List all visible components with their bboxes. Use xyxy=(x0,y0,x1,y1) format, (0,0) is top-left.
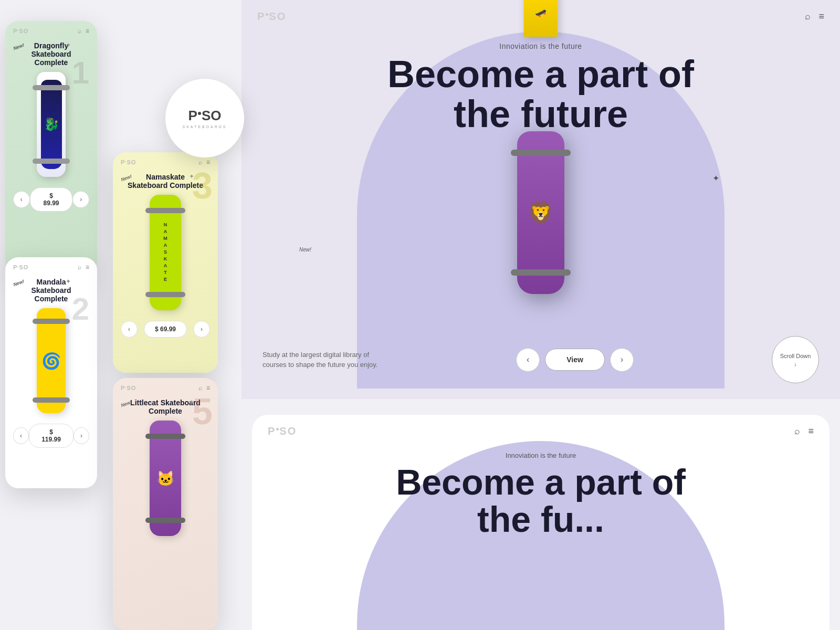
bottom-logo-dot xyxy=(276,428,279,430)
card-header-2: P•SO ⌕ ≡ xyxy=(5,257,97,275)
card-body-3: 3 Namaskate Skateboard Complete New! ✦ xyxy=(113,173,218,190)
bottom-hero-inner: P SO ⌕ ≡ Innoviation is the future Becom… xyxy=(252,415,830,630)
bottom-nav-icons: ⌕ ≡ xyxy=(794,426,814,437)
hero-nav-icons: ⌕ ≡ xyxy=(805,11,824,22)
sk-littlecat-design: 🐱 xyxy=(156,470,175,487)
truck-bottom-3 xyxy=(145,292,185,297)
hero-menu-btn[interactable]: ≡ xyxy=(818,11,824,22)
card-footer-4 xyxy=(113,541,218,547)
hero-content: Innoviation is the future Become a part … xyxy=(242,42,840,134)
sk-mandala: 🌀 xyxy=(37,308,66,413)
sk-littlecat: 🐱 xyxy=(150,421,181,536)
main-hero-section: P SO ⌕ ≡ Innoviation is the future Becom… xyxy=(242,0,840,399)
scroll-down-label: Scroll Down xyxy=(780,353,811,359)
card-sk-area-1: 🐉 xyxy=(5,67,97,182)
logo-circle-overlay: P SO SKATEBOARDS xyxy=(165,79,244,158)
card-sk-area-4: 🐱 xyxy=(113,415,218,541)
next-btn-3[interactable]: › xyxy=(193,321,210,338)
truck-top-3 xyxy=(145,208,185,213)
card-search-icon-4[interactable]: ⌕ xyxy=(198,384,202,392)
card-icons-1: ⌕ ≡ xyxy=(78,27,89,35)
sk-dragonfly-inner: 🐉 xyxy=(41,80,62,169)
hero-search-btn[interactable]: ⌕ xyxy=(805,11,811,22)
card-body-2: 2 Mandala Skateboard Complete New! ✦ xyxy=(5,278,97,303)
prev-btn-1[interactable]: ‹ xyxy=(13,191,30,208)
card-icons-2: ⌕ ≡ xyxy=(78,264,89,271)
bottom-hero-logo: P SO xyxy=(268,425,297,437)
hero-logo: P SO xyxy=(257,10,286,23)
card-littlecat: P•SO ⌕ ≡ 5 Littlecat Skateboard Complete… xyxy=(113,378,218,630)
bottom-hero-content: Innoviation is the future Become a part … xyxy=(252,452,830,539)
bottom-hero-title: Become a part of the fu... xyxy=(252,464,830,539)
card-menu-icon-2[interactable]: ≡ xyxy=(86,264,89,271)
new-hero-badge: New! xyxy=(299,247,311,253)
circle-logo-text: P SO xyxy=(188,108,222,124)
hero-title: Become a part of the future xyxy=(383,55,698,134)
top-sk-graphic: 🛹 xyxy=(524,0,558,37)
scroll-down-btn[interactable]: Scroll Down ↓ xyxy=(772,336,819,383)
bottom-hero-wrapper: P SO ⌕ ≡ Innoviation is the future Becom… xyxy=(242,410,840,630)
card-dragonfly: P•SO ⌕ ≡ 1 Dragonfly Skateboard Complete… xyxy=(5,21,97,273)
prev-btn-3[interactable]: ‹ xyxy=(121,321,138,338)
sparkle-1: ✦ xyxy=(66,41,71,49)
card-namaskate: P•SO ⌕ ≡ 3 Namaskate Skateboard Complete… xyxy=(113,152,218,373)
bottom-tagline: Innoviation is the future xyxy=(252,452,830,459)
price-btn-3[interactable]: $ 69.99 xyxy=(144,321,187,338)
scroll-down-arrow: ↓ xyxy=(794,361,797,367)
top-skateboard-partial: 🛹 xyxy=(524,0,558,37)
truck-bottom-1 xyxy=(33,159,70,164)
sk-hero-truck-bottom xyxy=(511,269,571,276)
card-sk-area-3: NAMASKATE xyxy=(113,190,218,316)
card-menu-icon-3[interactable]: ≡ xyxy=(206,159,210,166)
card-logo-4: P•SO xyxy=(121,384,136,392)
bottom-title-partial: the fu... xyxy=(477,499,604,539)
truck-bottom-4 xyxy=(145,518,185,523)
sparkle-4: ✦ xyxy=(189,398,194,406)
card-logo-1: P•SO xyxy=(13,27,28,35)
card-logo-3: P•SO xyxy=(121,159,136,166)
price-btn-2[interactable]: $ 119.99 xyxy=(29,424,74,448)
truck-bottom-2 xyxy=(33,397,70,403)
bottom-menu-btn[interactable]: ≡ xyxy=(808,426,814,437)
card-header-1: P•SO ⌕ ≡ xyxy=(5,21,97,39)
sk-dragonfly-design: 🐉 xyxy=(44,117,59,132)
hero-nav-controls: ‹ View › xyxy=(516,348,634,372)
sk-hero-truck-top xyxy=(511,150,571,156)
circle-logo-dot xyxy=(198,112,201,115)
sk-dragonfly: 🐉 xyxy=(37,72,66,177)
sk-hero-board: 🦁 xyxy=(517,131,564,294)
price-btn-1[interactable]: $ 89.99 xyxy=(30,187,73,212)
card-menu-icon-1[interactable]: ≡ xyxy=(86,27,89,35)
card-sk-area-2: 🌀 xyxy=(5,303,97,418)
hero-tagline: Innoviation is the future xyxy=(242,42,840,50)
card-footer-2: ‹ $ 119.99 › xyxy=(5,418,97,456)
card-menu-icon-4[interactable]: ≡ xyxy=(206,384,210,392)
sk-hero-graphic: 🦁 xyxy=(528,201,554,225)
prev-btn-2[interactable]: ‹ xyxy=(13,427,29,444)
hero-title-line2: the future xyxy=(454,93,628,135)
truck-top-2 xyxy=(33,319,70,324)
card-search-icon-3[interactable]: ⌕ xyxy=(198,159,202,166)
card-search-icon-1[interactable]: ⌕ xyxy=(78,27,81,35)
card-body-4: 5 Littlecat Skateboard Complete New! ✦ xyxy=(113,398,218,415)
sk-mandala-design: 🌀 xyxy=(41,352,61,370)
sk-namaskate-text: NAMASKATE xyxy=(163,222,168,284)
sparkle-3: ✦ xyxy=(189,173,194,180)
card-mandala: P•SO ⌕ ≡ 2 Mandala Skateboard Complete N… xyxy=(5,257,97,488)
hero-view-btn[interactable]: View xyxy=(545,349,605,371)
card-icons-4: ⌕ ≡ xyxy=(198,384,210,392)
card-search-icon-2[interactable]: ⌕ xyxy=(78,264,81,271)
card-logo-2: P•SO xyxy=(13,264,28,271)
next-btn-1[interactable]: › xyxy=(72,191,89,208)
next-btn-2[interactable]: › xyxy=(74,427,89,444)
hero-prev-btn[interactable]: ‹ xyxy=(516,348,540,372)
sparkle-2: ✦ xyxy=(66,278,71,285)
sk-namaskate: NAMASKATE xyxy=(150,195,181,310)
truck-top-1 xyxy=(33,85,70,90)
bottom-search-btn[interactable]: ⌕ xyxy=(794,426,800,437)
hero-next-btn[interactable]: › xyxy=(610,348,634,372)
hero-desc: Study at the largest digital library of … xyxy=(262,350,378,370)
hero-logo-dot xyxy=(266,13,268,16)
hero-bottom-controls: Study at the largest digital library of … xyxy=(242,336,840,383)
card-footer-3: ‹ $ 69.99 › xyxy=(113,316,218,345)
